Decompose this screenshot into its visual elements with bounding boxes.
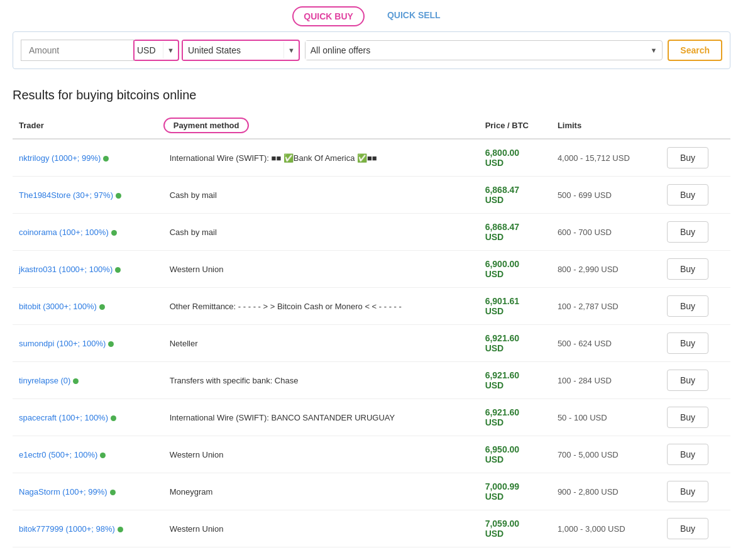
trader-link[interactable]: NagaStorm (100+; 99%): [19, 487, 107, 497]
quick-buy-tab[interactable]: QUICK BUY: [292, 6, 365, 26]
table-row: e1ectr0 (500+; 100%)Western Union6,950.0…: [13, 436, 730, 473]
search-bar-wrapper: USD EUR GBP BTC ▼ United States Canada U…: [13, 31, 730, 69]
payment-method-cell: Neteller: [163, 325, 479, 362]
price-cell: 6,921.60USD: [479, 362, 551, 399]
country-select[interactable]: United States Canada United Kingdom Aust…: [183, 41, 283, 60]
online-indicator: [116, 193, 121, 199]
trader-link[interactable]: bitobit (3000+; 100%): [19, 302, 97, 311]
trader-link[interactable]: bitok777999 (1000+; 98%): [19, 524, 115, 534]
online-indicator: [111, 230, 117, 236]
online-indicator: [108, 341, 114, 347]
offers-dropdown-arrow-icon[interactable]: ▼: [645, 42, 662, 58]
buy-button[interactable]: Buy: [667, 481, 708, 502]
buy-button[interactable]: Buy: [667, 258, 708, 280]
online-indicator: [100, 453, 106, 458]
amount-input[interactable]: [21, 40, 134, 61]
country-select-wrapper: United States Canada United Kingdom Aust…: [182, 40, 300, 61]
table-row: sumondpi (100+; 100%)Neteller6,921.60USD…: [13, 325, 730, 362]
table-row: spacecraft (100+; 100%)International Wir…: [13, 399, 730, 436]
payment-method-cell: International Wire (SWIFT): ■■ ✅Bank Of …: [163, 139, 479, 177]
limits-cell: 100 - 284 USD: [551, 362, 661, 399]
price-cell: 6,950.00USD: [479, 436, 551, 473]
trader-cell: e1ectr0 (500+; 100%): [13, 436, 163, 473]
trader-link[interactable]: The1984Store (30+; 97%): [19, 190, 113, 200]
buy-button[interactable]: Buy: [667, 444, 708, 465]
price-cell: 7,059.00USD: [479, 510, 551, 547]
action-column-header: [661, 113, 730, 139]
search-bar: USD EUR GBP BTC ▼ United States Canada U…: [21, 40, 722, 61]
limits-cell: 500 - 624 USD: [551, 325, 661, 362]
trader-link[interactable]: nktrilogy (1000+; 99%): [19, 153, 101, 163]
country-dropdown-arrow-icon[interactable]: ▼: [283, 42, 299, 58]
buy-button[interactable]: Buy: [667, 221, 708, 243]
trader-cell: jkastro031 (1000+; 100%): [13, 251, 163, 288]
online-indicator: [111, 415, 116, 421]
online-indicator: [118, 527, 123, 532]
limits-cell: 900 - 2,800 USD: [551, 473, 661, 510]
payment-method-cell: Other Remittance: - - - - - > > Bitcoin …: [163, 288, 479, 325]
buy-button-cell: Buy: [661, 288, 730, 325]
limits-cell: 600 - 700 USD: [551, 214, 661, 251]
payment-method-header-label: Payment method: [163, 118, 250, 133]
payment-method-cell: Western Union: [163, 510, 479, 547]
buy-button[interactable]: Buy: [667, 370, 708, 391]
limits-cell: 100 - 2,787 USD: [551, 288, 661, 325]
payment-method-cell: Western Union: [163, 251, 479, 288]
buy-button-cell: Buy: [661, 436, 730, 473]
currency-dropdown-arrow-icon[interactable]: ▼: [163, 42, 178, 58]
offers-select[interactable]: All online offers Bank transfer Cash by …: [305, 41, 646, 60]
results-table: Trader Payment method Price / BTC Limits…: [13, 113, 730, 547]
trader-link[interactable]: e1ectr0 (500+; 100%): [19, 450, 97, 459]
price-cell: 7,000.99USD: [479, 473, 551, 510]
table-row: bitobit (3000+; 100%)Other Remittance: -…: [13, 288, 730, 325]
price-cell: 6,900.00USD: [479, 251, 551, 288]
quick-sell-tab[interactable]: QUICK SELL: [377, 6, 451, 26]
trader-link[interactable]: spacecraft (100+; 100%): [19, 413, 108, 422]
trader-cell: bitok777999 (1000+; 98%): [13, 510, 163, 547]
online-indicator: [103, 156, 109, 162]
price-cell: 6,800.00USD: [479, 139, 551, 177]
payment-method-cell: Western Union: [163, 436, 479, 473]
top-tabs: QUICK BUY QUICK SELL: [0, 0, 743, 26]
online-indicator: [110, 490, 116, 495]
buy-button-cell: Buy: [661, 510, 730, 547]
buy-button[interactable]: Buy: [667, 407, 708, 428]
trader-cell: NagaStorm (100+; 99%): [13, 473, 163, 510]
currency-select-wrapper: USD EUR GBP BTC ▼: [133, 40, 179, 61]
search-button[interactable]: Search: [668, 40, 722, 61]
buy-button-cell: Buy: [661, 362, 730, 399]
limits-cell: 700 - 5,000 USD: [551, 436, 661, 473]
trader-cell: nktrilogy (1000+; 99%): [13, 139, 163, 177]
buy-button-cell: Buy: [661, 139, 730, 177]
trader-cell: spacecraft (100+; 100%): [13, 399, 163, 436]
trader-link[interactable]: tinyrelapse (0): [19, 376, 70, 385]
limits-cell: 50 - 100 USD: [551, 399, 661, 436]
table-row: nktrilogy (1000+; 99%)International Wire…: [13, 139, 730, 177]
trader-cell: coinorama (100+; 100%): [13, 214, 163, 251]
buy-button-cell: Buy: [661, 251, 730, 288]
trader-link[interactable]: jkastro031 (1000+; 100%): [19, 265, 113, 274]
trader-cell: The1984Store (30+; 97%): [13, 177, 163, 214]
trader-link[interactable]: sumondpi (100+; 100%): [19, 339, 106, 348]
price-cell: 6,868.47USD: [479, 177, 551, 214]
table-row: coinorama (100+; 100%)Cash by mail6,868.…: [13, 214, 730, 251]
payment-method-cell: Cash by mail: [163, 177, 479, 214]
buy-button[interactable]: Buy: [667, 147, 708, 168]
currency-select[interactable]: USD EUR GBP BTC: [135, 41, 163, 60]
buy-button[interactable]: Buy: [667, 332, 708, 354]
payment-method-cell: Transfers with specific bank: Chase: [163, 362, 479, 399]
limits-column-header: Limits: [551, 113, 661, 139]
offers-select-wrapper: All online offers Bank transfer Cash by …: [305, 40, 663, 60]
buy-button[interactable]: Buy: [667, 518, 708, 539]
buy-button-cell: Buy: [661, 399, 730, 436]
buy-button-cell: Buy: [661, 214, 730, 251]
limits-cell: 800 - 2,990 USD: [551, 251, 661, 288]
trader-link[interactable]: coinorama (100+; 100%): [19, 228, 109, 237]
price-cell: 6,921.60USD: [479, 399, 551, 436]
online-indicator: [99, 304, 105, 310]
price-cell: 6,901.61USD: [479, 288, 551, 325]
buy-button[interactable]: Buy: [667, 184, 708, 206]
buy-button[interactable]: Buy: [667, 295, 708, 317]
online-indicator: [115, 267, 121, 273]
price-cell: 6,921.60USD: [479, 325, 551, 362]
